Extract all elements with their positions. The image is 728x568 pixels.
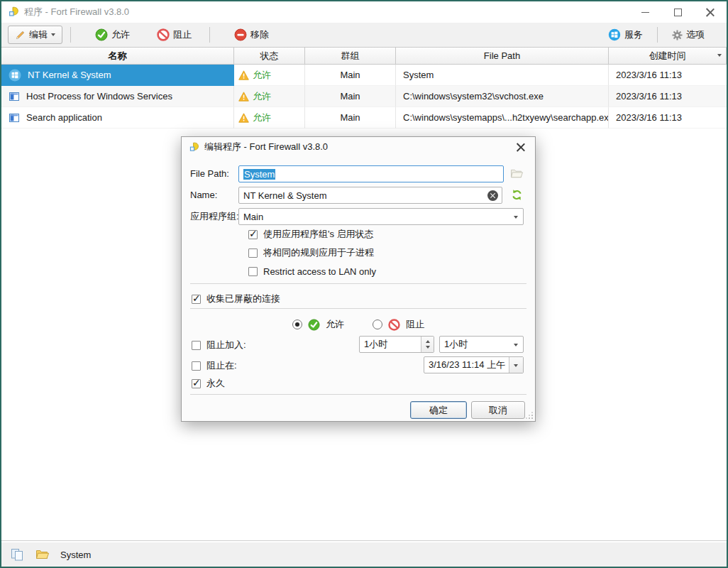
cancel-button-label: 取消 [489,404,507,417]
allow-button[interactable]: 允许 [89,26,136,43]
block-at-datetime-picker[interactable]: 3/16/23 11:14 上午 [424,356,524,373]
table-row[interactable]: Search application 允许 Main C:\windows\sy… [1,107,727,129]
checkbox-unchecked[interactable] [248,267,258,276]
block-in-unit-value: 1小时 [444,338,468,351]
titlebar: 程序 - Fort Firewall v3.8.0 [1,1,727,23]
block-in-hours-spinbox[interactable]: 1小时 [359,336,434,353]
remove-button[interactable]: 移除 [228,26,275,43]
warning-icon [238,70,249,80]
table-row[interactable]: NT Kernel & System 允许 Main System 2023/3… [1,65,727,86]
action-radio-group: 允许 阻止 [182,318,535,331]
clear-x-icon [490,193,495,198]
cell-group: Main [305,107,396,129]
cell-name: Host Process for Windows Services [1,86,234,107]
apply-child-option[interactable]: 将相同的规则应用于子进程 [248,246,374,259]
cell-path: C:\windows\systemapps\...h2txyewy\search… [396,107,609,129]
window-title: 程序 - Fort Firewall v3.8.0 [24,6,129,18]
block-in-option[interactable]: 阻止加入: [192,339,246,351]
edit-button[interactable]: 编辑 [8,26,62,44]
warning-icon [238,92,249,102]
checkbox-checked[interactable] [192,379,201,388]
app-window-icon [9,112,20,124]
datetime-dropdown-button[interactable] [509,357,523,373]
toolbar: 编辑 允许 阻止 移除 [1,23,727,47]
dialog-close-button[interactable] [507,137,535,157]
cell-group: Main [305,65,396,86]
cell-path: C:\windows\system32\svchost.exe [396,86,609,107]
block-radio-label: 阻止 [406,318,424,331]
statusbar-selected-path: System [60,550,91,560]
clear-name-button[interactable] [487,190,498,201]
name-label: Name: [190,187,217,204]
column-header-path[interactable]: File Path [396,48,609,64]
maximize-button[interactable] [661,1,694,23]
minimize-button[interactable] [629,1,661,23]
block-at-option[interactable]: 阻止在: [192,359,237,372]
table-header: 名称 状态 群组 File Path 创建时间 [1,48,727,65]
chevron-down-icon [51,33,55,36]
header-menu-arrow-icon[interactable] [717,54,722,57]
file-path-input[interactable]: System [238,165,504,182]
resize-grip[interactable] [526,412,533,419]
ok-button-label: 确定 [429,404,448,417]
block-button-label: 阻止 [173,28,192,41]
status-bar: System [1,542,727,567]
cell-path: System [396,65,609,86]
block-button[interactable]: 阻止 [150,26,198,43]
allow-check-icon [308,319,320,331]
checkbox-unchecked[interactable] [192,361,201,371]
chevron-up-icon [426,340,430,343]
checkbox-unchecked[interactable] [248,248,258,258]
options-button[interactable]: 选项 [666,26,711,43]
browse-folder-icon[interactable] [510,168,524,179]
spinner-buttons[interactable] [421,337,434,352]
toolbar-separator [70,27,71,43]
ok-button[interactable]: 确定 [410,401,467,419]
close-button[interactable] [694,1,727,23]
cancel-button[interactable]: 取消 [471,401,525,419]
separator [190,308,526,309]
checkbox-checked[interactable] [192,295,201,304]
chevron-down-icon [426,346,430,349]
file-path-value: System [243,169,275,180]
cell-group: Main [305,86,396,107]
app-window: 程序 - Fort Firewall v3.8.0 编辑 允许 [0,0,728,568]
column-header-created[interactable]: 创建时间 [609,48,727,64]
services-button[interactable]: 服务 [602,26,649,43]
separator [190,394,526,395]
forever-option[interactable]: 永久 [192,377,225,390]
block-in-unit-combobox[interactable]: 1小时 [439,336,524,353]
block-in-hours-value: 1小时 [364,338,387,351]
chevron-down-icon [514,364,518,367]
table-row[interactable]: Host Process for Windows Services 允许 Mai… [1,86,727,107]
column-header-name[interactable]: 名称 [1,48,234,64]
collect-blocked-option[interactable]: 收集已屏蔽的连接 [192,293,280,305]
cell-name: Search application [1,107,234,129]
name-value: NT Kernel & System [243,190,327,201]
allow-check-icon [95,28,108,41]
remove-minus-icon [234,28,247,41]
toolbar-separator [209,27,210,43]
separator [190,283,526,284]
checkbox-checked[interactable] [248,230,258,239]
copy-path-icon[interactable] [11,548,25,562]
open-folder-icon[interactable] [35,549,50,560]
toolbar-separator [657,27,658,43]
column-header-group[interactable]: 群组 [305,48,396,64]
use-group-state-option[interactable]: 使用应用程序组's 启用状态 [248,228,374,241]
services-windows-icon [608,28,621,41]
checkbox-unchecked[interactable] [192,341,201,350]
app-group-combobox[interactable]: Main [238,208,524,225]
cell-status: 允许 [234,86,305,107]
name-input[interactable]: NT Kernel & System [238,187,502,204]
allow-radio[interactable] [292,320,302,329]
options-button-label: 选项 [686,28,705,41]
cell-created: 2023/3/16 11:13 [609,86,727,107]
dialog-title: 编辑程序 - Fort Firewall v3.8.0 [204,141,328,153]
refresh-icon[interactable] [511,189,523,201]
file-path-label: File Path: [190,165,229,182]
lan-only-option[interactable]: Restrict access to LAN only [248,265,376,278]
column-header-status[interactable]: 状态 [234,48,305,64]
apply-child-label: 将相同的规则应用于子进程 [263,246,374,259]
block-radio[interactable] [373,320,382,329]
